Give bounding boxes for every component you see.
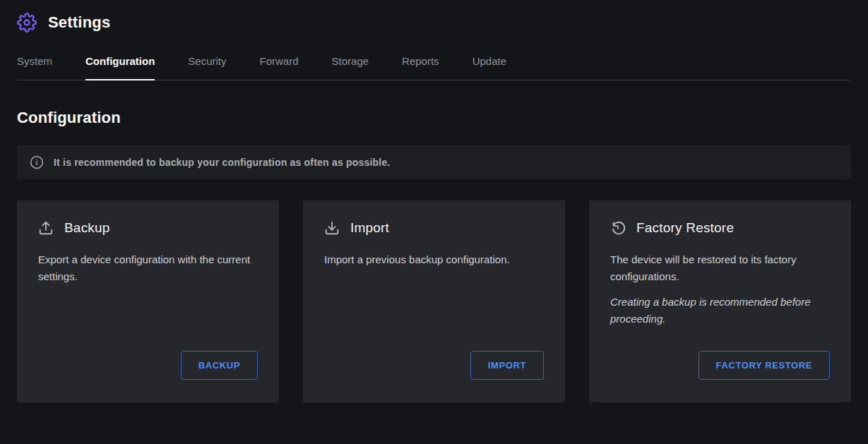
tab-forward[interactable]: Forward [260,48,299,80]
factory-restore-card-actions: FACTORY RESTORE [610,351,830,380]
restore-timer-icon [610,220,626,236]
factory-restore-card-description: The device will be restored to its facto… [610,251,830,285]
factory-restore-card-note: Creating a backup is recommended before … [610,294,830,328]
settings-tab-bar: System Configuration Security Forward St… [17,48,851,80]
import-card-header: Import [324,220,544,236]
upload-icon [38,220,54,236]
download-icon [324,220,340,236]
factory-restore-card: Factory Restore The device will be resto… [589,200,851,402]
section-heading: Configuration [17,109,851,127]
gear-icon [17,13,37,32]
backup-card-description: Export a device configuration with the c… [38,251,258,285]
tab-update[interactable]: Update [472,48,506,80]
backup-card-title: Backup [64,220,110,236]
configuration-cards: Backup Export a device configuration wit… [17,200,851,402]
import-card-title: Import [350,220,389,236]
tab-reports[interactable]: Reports [402,48,439,80]
app-header: Settings [0,0,868,42]
import-card-description: Import a previous backup configuration. [324,251,544,268]
backup-card-header: Backup [38,220,258,236]
page-title: Settings [48,13,110,32]
import-card-actions: IMPORT [324,351,544,380]
info-banner-text: It is recommended to backup your configu… [54,157,390,168]
backup-card-actions: BACKUP [38,351,258,380]
tab-security[interactable]: Security [188,48,226,80]
info-icon [30,155,44,169]
backup-button[interactable]: BACKUP [181,351,258,380]
tab-storage[interactable]: Storage [332,48,369,80]
factory-restore-button[interactable]: FACTORY RESTORE [698,351,830,380]
factory-restore-card-header: Factory Restore [610,220,830,236]
import-card: Import Import a previous backup configur… [303,200,565,402]
tab-system[interactable]: System [17,48,52,80]
factory-restore-card-title: Factory Restore [636,220,734,236]
tab-configuration[interactable]: Configuration [85,48,155,80]
import-button[interactable]: IMPORT [470,351,544,380]
backup-card: Backup Export a device configuration wit… [17,200,279,402]
info-banner: It is recommended to backup your configu… [17,145,851,179]
